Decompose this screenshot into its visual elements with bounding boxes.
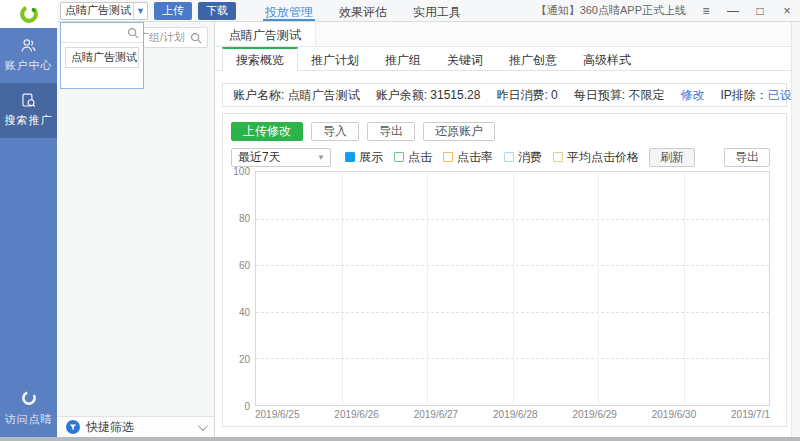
v-gridline xyxy=(513,172,514,405)
subtab-search-overview[interactable]: 搜索概览 xyxy=(222,47,298,71)
metric-checkbox-impressions[interactable]: 展示 xyxy=(345,149,383,166)
info-field-value: 不限定 xyxy=(628,88,664,102)
x-tick-label: 2019/6/25 xyxy=(255,409,300,422)
subtab-ad-groups[interactable]: 推广组 xyxy=(372,47,434,70)
account-option[interactable]: 点睛广告测试 xyxy=(65,47,139,68)
sidebar-footer-label: 访问点睛 xyxy=(0,412,57,427)
sidebar-item-search-promotion[interactable]: 搜索推广 xyxy=(0,83,57,138)
info-field-label: 账户名称: xyxy=(233,88,288,102)
date-range-select[interactable]: 最近7天 ▼ xyxy=(231,148,331,167)
tab-delivery-management[interactable]: 投放管理 xyxy=(263,0,315,21)
overview-panel: 上传修改导入导出还原账户 最近7天 ▼ 展示点击点击率消费平均点击价格 刷新 导… xyxy=(222,113,787,427)
chart-plot-area xyxy=(255,171,770,406)
checkbox-icon xyxy=(443,152,453,162)
y-tick-label: 20 xyxy=(239,354,250,365)
chevron-down-icon[interactable] xyxy=(198,421,208,431)
info-field-label: 每日预算: xyxy=(574,88,629,102)
subtab-keywords[interactable]: 关键词 xyxy=(434,47,496,70)
metric-label: 点击 xyxy=(408,149,432,166)
y-tick-label: 40 xyxy=(239,307,250,318)
checkbox-checked-icon xyxy=(345,152,355,162)
metric-checkbox-cost[interactable]: 消费 xyxy=(504,149,542,166)
action-buttons: 上传修改导入导出还原账户 xyxy=(231,122,495,141)
metric-label: 点击率 xyxy=(457,149,493,166)
metric-label: 消费 xyxy=(518,149,542,166)
y-tick-label: 0 xyxy=(244,401,250,412)
x-tick-label: 2019/6/30 xyxy=(652,409,697,422)
metric-label: 平均点击价格 xyxy=(567,149,639,166)
account-selector[interactable]: 点睛广告测试 ▼ xyxy=(60,2,148,20)
account-info-fields: 账户名称: 点睛广告测试账户余额: 31515.28昨日消费: 0每日预算: 不… xyxy=(233,87,664,104)
info-field-value: 0 xyxy=(551,88,558,102)
x-axis-labels: 2019/6/252019/6/262019/6/272019/6/282019… xyxy=(255,409,770,422)
upload-button[interactable]: 上传 xyxy=(154,2,192,20)
x-tick-label: 2019/6/29 xyxy=(572,409,617,422)
info-field-label: 账户余额: xyxy=(376,88,431,102)
metric-checkbox-clicks[interactable]: 点击 xyxy=(394,149,432,166)
vertical-scrollbar[interactable] xyxy=(791,22,800,437)
window-bottom-edge xyxy=(0,437,800,441)
x-tick-label: 2019/6/26 xyxy=(334,409,379,422)
sidebar-item-visit-dianjing[interactable]: 访问点睛 xyxy=(0,389,57,427)
topbar: 点睛广告测试 ▼ 上传 下载 投放管理效果评估实用工具 【通知】360点睛APP… xyxy=(57,0,800,22)
search-icon xyxy=(127,27,139,39)
close-icon[interactable]: × xyxy=(780,4,794,18)
v-gridline xyxy=(427,172,428,405)
download-button[interactable]: 下载 xyxy=(198,2,236,20)
menu-icon[interactable]: ≡ xyxy=(699,4,713,18)
info-field-value: 点睛广告测试 xyxy=(288,88,360,102)
modify-budget-link[interactable]: 修改 xyxy=(680,87,704,104)
checkbox-icon xyxy=(504,152,514,162)
chevron-down-icon[interactable]: ▼ xyxy=(133,3,147,19)
x-tick-label: 2019/7/1 xyxy=(731,409,770,422)
app-logo xyxy=(0,0,57,28)
export-button[interactable]: 导出 xyxy=(367,122,415,141)
chart-export-button[interactable]: 导出 xyxy=(724,148,770,167)
v-gridline xyxy=(598,172,599,405)
account-dropdown-panel: 点睛广告测试 xyxy=(60,22,144,89)
ip-exclude-group: IP排除：已设置(3) xyxy=(720,87,800,104)
metric-checkboxes: 展示点击点击率消费平均点击价格 xyxy=(345,149,639,166)
import-button[interactable]: 导入 xyxy=(311,122,359,141)
info-field: 昨日消费: 0 xyxy=(496,87,557,104)
subtab-advanced-styles[interactable]: 高级样式 xyxy=(570,47,644,70)
x-tick-label: 2019/6/28 xyxy=(493,409,538,422)
subtab-campaigns[interactable]: 推广计划 xyxy=(298,47,372,70)
v-gridline xyxy=(684,172,685,405)
filter-row: 最近7天 ▼ 展示点击点击率消费平均点击价格 刷新 导出 xyxy=(231,147,778,167)
sidebar-item-label: 账户中心 xyxy=(0,58,57,73)
metric-checkbox-avg-cpc[interactable]: 平均点击价格 xyxy=(553,149,639,166)
upload-modify-button[interactable]: 上传修改 xyxy=(231,122,303,141)
notice-text: 【通知】360点睛APP正式上线 xyxy=(536,3,686,18)
sidebar-item-account-center[interactable]: 账户中心 xyxy=(0,28,57,83)
info-field-value: 31515.28 xyxy=(430,88,480,102)
metric-checkbox-ctr[interactable]: 点击率 xyxy=(443,149,493,166)
doc-tab-row: 点睛广告测试 xyxy=(215,22,800,47)
refresh-button[interactable]: 刷新 xyxy=(649,148,695,167)
sidebar-nav: 账户中心搜索推广 xyxy=(0,28,57,138)
minimize-icon[interactable]: — xyxy=(726,4,740,18)
account-info-bar: 账户名称: 点睛广告测试账户余额: 31515.28昨日消费: 0每日预算: 不… xyxy=(222,83,787,107)
x-tick-label: 2019/6/27 xyxy=(414,409,459,422)
account-selector-value: 点睛广告测试 xyxy=(61,3,133,18)
workspace: 点睛广告测试 搜索概览推广计划推广组关键词推广创意高级样式 账户名称: 点睛广告… xyxy=(215,22,800,437)
search-doc-icon xyxy=(0,92,57,110)
date-range-value: 最近7天 xyxy=(232,149,317,166)
restore-account-button[interactable]: 还原账户 xyxy=(423,122,495,141)
subtab-creatives[interactable]: 推广创意 xyxy=(496,47,570,70)
quick-filter-bar[interactable]: 快捷筛选 xyxy=(57,416,214,437)
tab-tools[interactable]: 实用工具 xyxy=(411,0,463,21)
info-field: 账户名称: 点睛广告测试 xyxy=(233,87,360,104)
doc-tab-account[interactable]: 点睛广告测试 xyxy=(215,22,316,46)
trend-chart: 020406080100 2019/6/252019/6/262019/6/27… xyxy=(231,167,770,422)
search-icon xyxy=(190,32,202,44)
tab-effect-evaluation[interactable]: 效果评估 xyxy=(337,0,389,21)
dropdown-search-input[interactable] xyxy=(61,23,143,43)
y-tick-label: 80 xyxy=(239,213,250,224)
dianjing-logo-icon xyxy=(20,389,38,407)
y-axis-labels: 020406080100 xyxy=(231,171,253,406)
maximize-icon[interactable]: □ xyxy=(753,4,767,18)
quick-filter-label: 快捷筛选 xyxy=(86,419,134,436)
y-tick-label: 60 xyxy=(239,260,250,271)
filter-funnel-icon xyxy=(66,420,80,434)
